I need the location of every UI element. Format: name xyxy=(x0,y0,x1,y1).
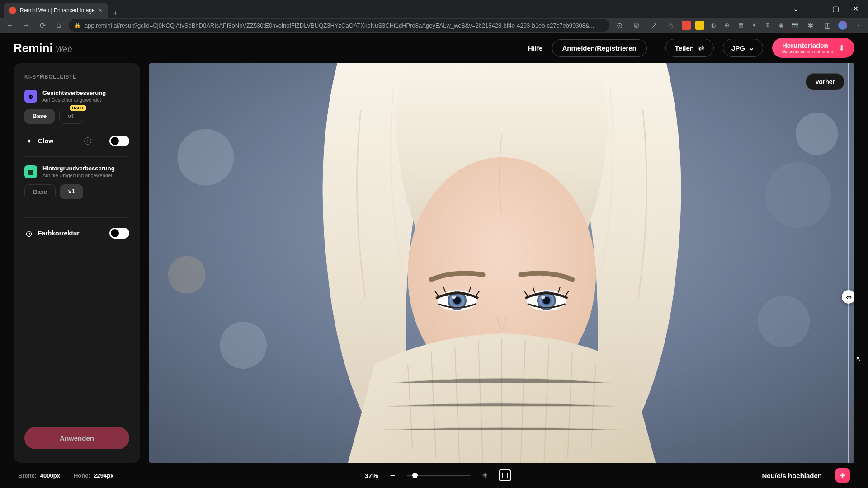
height-label: Höhe: 2294px xyxy=(74,472,114,479)
download-label: Herunterladen xyxy=(782,42,828,49)
browser-tab[interactable]: Remini Web | Enhanced Image × xyxy=(4,3,108,18)
face-v1-pill[interactable]: v1 BALD xyxy=(59,109,83,124)
color-icon: ◎ xyxy=(24,229,33,238)
height-value: 2294px xyxy=(94,472,113,479)
apply-button[interactable]: Anwenden xyxy=(24,427,129,449)
canvas-area[interactable]: Vorher ⇔ xyxy=(149,63,854,463)
color-label: Farbkorrektur xyxy=(38,230,105,237)
avatar-icon[interactable] xyxy=(838,21,847,30)
translate-icon[interactable]: ⎚ xyxy=(630,19,643,32)
back-icon[interactable]: ← xyxy=(4,19,16,32)
url-text: app.remini.ai/result?gclid=Cj0KCQiAtvSdB… xyxy=(85,22,604,29)
bg-base-pill[interactable]: Base xyxy=(24,184,56,199)
face-icon: ☻ xyxy=(24,90,37,103)
bg-tool-desc: Auf die Umgebung angewendet xyxy=(42,173,129,178)
bg-tool-name: Hintergrundverbesserung xyxy=(42,165,129,172)
lock-icon: 🔒 xyxy=(74,22,81,28)
upload-button[interactable]: + xyxy=(835,468,850,483)
share-label: Teilen xyxy=(675,44,694,52)
nav-bar: ← → ⟳ ⌂ 🔒 app.remini.ai/result?gclid=Cj0… xyxy=(0,18,868,33)
format-button[interactable]: JPG ⌄ xyxy=(723,39,763,57)
app: Remini Web Hilfe Anmelden/Registrieren T… xyxy=(0,33,868,488)
bald-badge: BALD xyxy=(70,105,86,111)
sidepanel-icon[interactable]: ◫ xyxy=(821,19,834,32)
svg-point-5 xyxy=(168,256,206,293)
extension-icon[interactable]: ◐ xyxy=(709,21,718,30)
zoom-controls: 37% − + xyxy=(364,469,511,482)
enhanced-image xyxy=(149,63,854,463)
compare-handle[interactable]: ⇔ xyxy=(842,290,854,304)
maximize-icon[interactable]: ▢ xyxy=(826,2,844,15)
home-icon[interactable]: ⌂ xyxy=(52,19,65,32)
search-icon[interactable]: ⊙ xyxy=(613,19,626,32)
app-header: Remini Web Hilfe Anmelden/Registrieren T… xyxy=(0,33,868,63)
svg-point-4 xyxy=(758,296,810,347)
share-icon[interactable]: ↗ xyxy=(647,19,660,32)
before-button[interactable]: Vorher xyxy=(806,73,844,90)
separator xyxy=(656,41,656,55)
background-enhancement-section: ▦ Hintergrundverbesserung Auf die Umgebu… xyxy=(24,165,129,199)
tab-bar: Remini Web | Enhanced Image × + ⌄ — ▢ ✕ xyxy=(0,0,868,18)
forward-icon[interactable]: → xyxy=(20,19,33,32)
background-icon: ▦ xyxy=(24,165,37,178)
divider xyxy=(24,217,129,218)
extension-icon[interactable]: ⊕ xyxy=(722,21,731,30)
fit-screen-button[interactable] xyxy=(499,469,511,481)
extension-icon[interactable]: ◉ xyxy=(777,21,786,30)
close-window-icon[interactable]: ✕ xyxy=(846,2,864,15)
svg-point-6 xyxy=(796,113,838,155)
logo[interactable]: Remini Web xyxy=(14,41,72,55)
login-button[interactable]: Anmelden/Registrieren xyxy=(552,39,647,57)
zoom-level: 37% xyxy=(364,472,378,479)
share-icon: ⇄ xyxy=(698,44,704,52)
download-icon: ⬇ xyxy=(839,44,844,52)
extension-icon[interactable] xyxy=(682,21,691,30)
menu-icon[interactable]: ⋮ xyxy=(852,19,864,32)
format-label: JPG xyxy=(731,44,745,52)
face-base-pill[interactable]: Base xyxy=(24,109,55,124)
footer: Breite: 4000px Höhe: 2294px 37% − + Neu/… xyxy=(0,463,868,488)
color-toggle[interactable] xyxy=(109,228,129,239)
glow-icon: ✦ xyxy=(24,136,33,145)
chevron-down-icon[interactable]: ⌄ xyxy=(787,2,805,15)
color-toggle-row: ◎ Farbkorrektur xyxy=(24,226,129,240)
compare-line xyxy=(848,63,849,463)
svg-point-3 xyxy=(220,322,267,369)
svg-point-2 xyxy=(765,162,831,228)
extensions-icon[interactable]: ✱ xyxy=(804,19,816,32)
extension-icons: ⊙ ⎚ ↗ ☆ ◐ ⊕ ▦ ✦ ⊞ ◉ 📷 ✱ ◫ ⋮ xyxy=(613,19,864,32)
sidebar-title: KI-SYMBOLLEISTE xyxy=(24,74,129,80)
glow-toggle-row: ✦ Glow i xyxy=(24,134,129,148)
extension-icon[interactable]: 📷 xyxy=(790,21,799,30)
share-button[interactable]: Teilen ⇄ xyxy=(665,39,714,57)
zoom-in-button[interactable]: + xyxy=(478,469,491,482)
main-area: KI-SYMBOLLEISTE ☻ Gesichtsverbesserung A… xyxy=(0,63,868,463)
star-icon[interactable]: ☆ xyxy=(665,19,677,32)
extension-icon[interactable]: ▦ xyxy=(736,21,745,30)
url-bar[interactable]: 🔒 app.remini.ai/result?gclid=Cj0KCQiAtvS… xyxy=(69,19,609,32)
zoom-slider[interactable] xyxy=(407,475,470,476)
help-link[interactable]: Hilfe xyxy=(528,44,543,52)
tab-title: Remini Web | Enhanced Image xyxy=(20,7,95,14)
download-sublabel: Wasserzeichen entfernen xyxy=(782,49,833,54)
bg-v1-pill[interactable]: v1 xyxy=(60,184,83,199)
zoom-out-button[interactable]: − xyxy=(386,469,399,482)
logo-main: Remini xyxy=(14,41,53,55)
window-controls: ⌄ — ▢ ✕ xyxy=(783,0,868,17)
face-tool-name: Gesichtsverbesserung xyxy=(42,89,129,96)
svg-point-11 xyxy=(452,296,456,299)
extension-icon[interactable] xyxy=(695,21,704,30)
reload-icon[interactable]: ⟳ xyxy=(36,19,49,32)
extension-icon[interactable]: ✦ xyxy=(750,21,759,30)
new-tab-button[interactable]: + xyxy=(108,9,123,18)
close-icon[interactable]: × xyxy=(99,7,102,14)
download-button[interactable]: Herunterladen Wasserzeichen entfernen ⬇ xyxy=(772,38,854,58)
face-enhancement-section: ☻ Gesichtsverbesserung Auf Gesichter ang… xyxy=(24,89,129,124)
extension-icon[interactable]: ⊞ xyxy=(763,21,772,30)
glow-label: Glow xyxy=(38,137,80,145)
width-label: Breite: 4000px xyxy=(18,472,60,479)
minimize-icon[interactable]: — xyxy=(807,2,825,15)
glow-toggle[interactable] xyxy=(109,136,129,146)
info-icon[interactable]: i xyxy=(84,137,91,145)
face-tool-desc: Auf Gesichter angewendet xyxy=(42,97,129,103)
